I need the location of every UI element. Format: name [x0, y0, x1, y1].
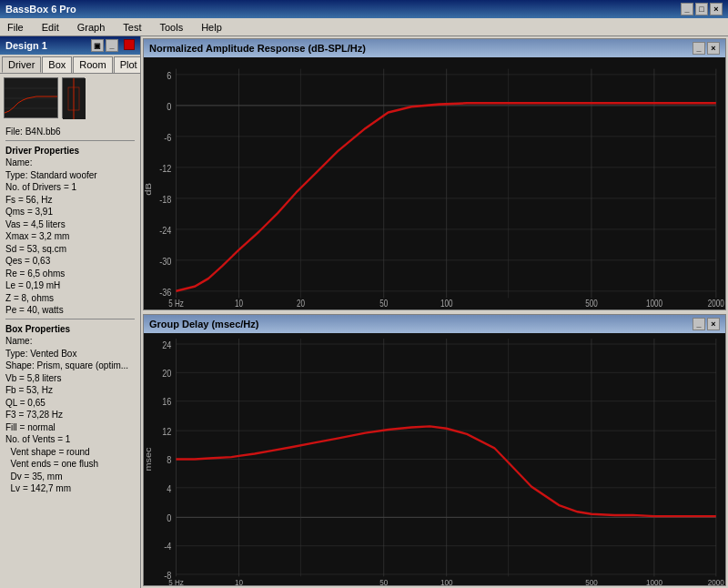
driver-z-row: Z = 8, ohms — [5, 292, 135, 305]
group-delay-graph-area: 24 20 16 12 8 4 — [144, 333, 725, 585]
group-delay-close-button[interactable]: × — [707, 318, 720, 330]
maximize-button[interactable]: □ — [695, 3, 708, 15]
svg-text:dB: dB — [144, 183, 153, 196]
design-close-button[interactable] — [124, 39, 135, 50]
box-properties-title: Box Properties — [5, 323, 135, 336]
thumbnails-area — [0, 74, 140, 122]
svg-text:50: 50 — [379, 299, 388, 309]
box-name-row: Name: — [5, 335, 135, 348]
svg-text:-18: -18 — [159, 194, 171, 205]
tab-plot[interactable]: Plot — [114, 56, 141, 73]
svg-text:24: 24 — [162, 340, 172, 350]
amplitude-close-button[interactable]: × — [707, 42, 720, 55]
driver-xmax-row: Xmax = 3,2 mm — [5, 230, 135, 243]
svg-text:msec: msec — [144, 448, 153, 471]
box-shape-row: Shape: Prism, square (optim... — [5, 360, 135, 372]
svg-text:20: 20 — [162, 368, 172, 379]
box-type-row: Type: Vented Box — [5, 348, 135, 360]
title-bar-controls: _ □ × — [681, 3, 723, 15]
svg-text:8: 8 — [167, 455, 171, 466]
svg-text:500: 500 — [585, 299, 598, 309]
svg-text:2000: 2000 — [708, 299, 724, 309]
svg-text:4: 4 — [167, 483, 171, 494]
driver-type-row: Type: Standard woofer — [5, 169, 135, 182]
svg-text:-30: -30 — [159, 256, 171, 267]
svg-text:12: 12 — [162, 426, 172, 437]
driver-num-row: No. of Drivers = 1 — [5, 181, 135, 194]
box-vent-shape-row: Vent shape = round — [5, 446, 135, 459]
svg-text:-4: -4 — [164, 542, 172, 553]
svg-text:500: 500 — [585, 577, 598, 585]
group-delay-svg: 24 20 16 12 8 4 — [144, 333, 725, 585]
main-container: Design 1 ▣ _ Driver Box Room Plot — [0, 36, 728, 588]
properties-panel: File: B4N.bb6 Driver Properties Name: Ty… — [0, 122, 140, 588]
minimize-button[interactable]: _ — [681, 3, 693, 15]
driver-vas-row: Vas = 4,5 liters — [5, 218, 135, 231]
box-vb-row: Vb = 5,8 liters — [5, 372, 135, 385]
menu-help[interactable]: Help — [197, 22, 226, 33]
menu-graph[interactable]: Graph — [74, 22, 109, 33]
thumbnail-plot[interactable] — [62, 77, 85, 118]
driver-le-row: Le = 0,19 mH — [5, 279, 135, 292]
svg-text:-6: -6 — [164, 132, 171, 143]
driver-name-row: Name: — [5, 157, 135, 169]
group-delay-title: Group Delay (msec/Hz) — [149, 319, 258, 329]
svg-text:10: 10 — [235, 299, 243, 309]
svg-text:0: 0 — [167, 512, 171, 523]
driver-properties-title: Driver Properties — [5, 145, 135, 157]
design-bar-controls: ▣ _ — [91, 39, 135, 52]
thumbnail-main[interactable] — [4, 77, 58, 118]
file-label: File: B4N.bb6 — [5, 126, 135, 138]
left-panel: Design 1 ▣ _ Driver Box Room Plot — [0, 36, 141, 588]
menu-edit[interactable]: Edit — [38, 22, 63, 33]
svg-text:-12: -12 — [159, 163, 171, 174]
menu-tools[interactable]: Tools — [156, 22, 187, 33]
tab-room[interactable]: Room — [73, 56, 112, 73]
design-minimize-button[interactable]: _ — [106, 39, 118, 52]
box-fill-row: Fill = normal — [5, 421, 135, 434]
menu-test[interactable]: Test — [119, 22, 145, 33]
driver-fs-row: Fs = 56, Hz — [5, 194, 135, 207]
svg-text:16: 16 — [162, 397, 172, 408]
amplitude-graph-area: 6 0 -6 -12 -18 -24 — [144, 57, 725, 309]
group-delay-minimize-button[interactable]: _ — [693, 318, 705, 330]
svg-text:5 Hz: 5 Hz — [168, 299, 184, 309]
tab-driver[interactable]: Driver — [2, 56, 41, 73]
svg-text:20: 20 — [297, 299, 305, 309]
svg-text:5 Hz: 5 Hz — [168, 577, 184, 585]
right-panel: Normalized Amplitude Response (dB-SPL/Hz… — [141, 36, 728, 588]
box-lv-row: Lv = 142,7 mm — [5, 482, 135, 495]
svg-text:2000: 2000 — [708, 577, 724, 585]
box-f3-row: F3 = 73,28 Hz — [5, 409, 135, 421]
box-dv-row: Dv = 35, mm — [5, 471, 135, 483]
design-title-bar: Design 1 ▣ _ — [0, 36, 140, 55]
svg-text:-24: -24 — [159, 225, 171, 236]
menu-bar: File Edit Graph Test Tools Help — [0, 18, 728, 36]
amplitude-minimize-button[interactable]: _ — [693, 42, 705, 55]
svg-text:100: 100 — [440, 299, 453, 309]
tab-box[interactable]: Box — [42, 56, 72, 73]
svg-text:0: 0 — [167, 101, 171, 112]
driver-sd-row: Sd = 53, sq.cm — [5, 243, 135, 256]
box-ql-row: QL = 0,65 — [5, 397, 135, 410]
amplitude-graph-window: Normalized Amplitude Response (dB-SPL/Hz… — [143, 38, 726, 310]
amplitude-title-bar: Normalized Amplitude Response (dB-SPL/Hz… — [144, 39, 725, 57]
svg-text:10: 10 — [235, 577, 243, 585]
close-button[interactable]: × — [710, 3, 723, 15]
amplitude-title: Normalized Amplitude Response (dB-SPL/Hz… — [149, 43, 366, 54]
design-title: Design 1 — [5, 40, 47, 51]
design-restore-button[interactable]: ▣ — [91, 39, 104, 52]
svg-text:100: 100 — [440, 577, 453, 585]
menu-file[interactable]: File — [4, 22, 27, 33]
group-delay-graph-window: Group Delay (msec/Hz) _ × 24 — [143, 314, 726, 586]
amplitude-graph-controls: _ × — [693, 42, 720, 55]
box-fb-row: Fb = 53, Hz — [5, 384, 135, 397]
box-vents-row: No. of Vents = 1 — [5, 433, 135, 446]
driver-qes-row: Qes = 0,63 — [5, 255, 135, 268]
svg-text:50: 50 — [379, 577, 388, 585]
box-vent-ends-row: Vent ends = one flush — [5, 458, 135, 471]
svg-text:-36: -36 — [159, 287, 171, 298]
driver-qms-row: Qms = 3,91 — [5, 206, 135, 218]
svg-text:1000: 1000 — [646, 577, 662, 585]
driver-pe-row: Pe = 40, watts — [5, 304, 135, 317]
